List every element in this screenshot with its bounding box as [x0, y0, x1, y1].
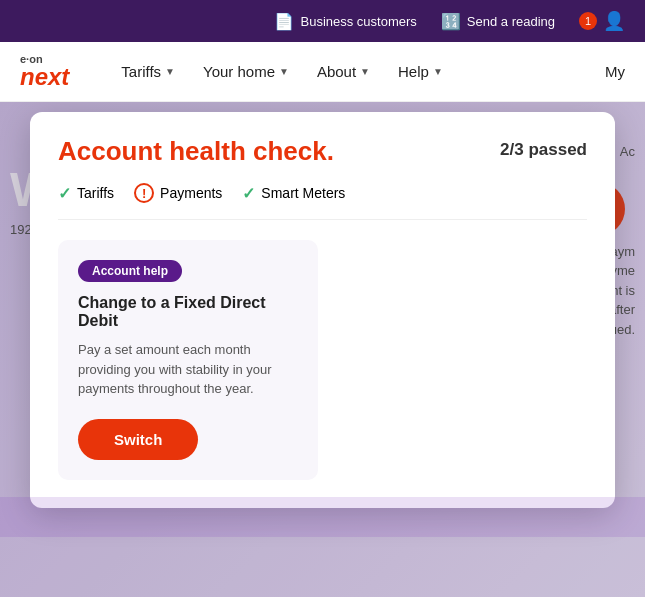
passed-badge: 2/3 passed [500, 140, 587, 160]
check-pass-icon-2: ✓ [242, 184, 255, 203]
check-smart-meters-label: Smart Meters [261, 185, 345, 201]
modal-header: Account health check. 2/3 passed [58, 136, 587, 167]
nav-help[interactable]: Help ▼ [386, 55, 455, 88]
nav-my[interactable]: My [605, 63, 625, 80]
nav-about[interactable]: About ▼ [305, 55, 382, 88]
check-payments-label: Payments [160, 185, 222, 201]
logo-next-text: next [20, 65, 69, 89]
check-pass-icon: ✓ [58, 184, 71, 203]
account-health-check-modal: Account health check. 2/3 passed ✓ Tarif… [30, 112, 615, 508]
nav-tariffs[interactable]: Tariffs ▼ [109, 55, 187, 88]
main-background: Wo 192 G... Ac t paympaymement iss after… [0, 102, 645, 597]
check-smart-meters: ✓ Smart Meters [242, 184, 345, 203]
top-bar: 📄 Business customers 🔢 Send a reading 1 … [0, 0, 645, 42]
switch-button[interactable]: Switch [78, 419, 198, 460]
check-tariffs-label: Tariffs [77, 185, 114, 201]
checks-row: ✓ Tariffs ! Payments ✓ Smart Meters [58, 183, 587, 220]
logo: e·on next [20, 54, 69, 89]
chevron-down-icon: ▼ [279, 66, 289, 77]
nav-bar: e·on next Tariffs ▼ Your home ▼ About ▼ … [0, 42, 645, 102]
account-help-card: Account help Change to a Fixed Direct De… [58, 240, 318, 480]
purple-bar-decoration [0, 497, 645, 537]
notification-link[interactable]: 1 👤 [579, 10, 625, 32]
check-payments: ! Payments [134, 183, 222, 203]
card-description: Pay a set amount each month providing yo… [78, 340, 298, 399]
account-help-badge: Account help [78, 260, 182, 282]
nav-your-home[interactable]: Your home ▼ [191, 55, 301, 88]
chevron-down-icon: ▼ [360, 66, 370, 77]
check-warn-icon: ! [134, 183, 154, 203]
nav-items: Tariffs ▼ Your home ▼ About ▼ Help ▼ [109, 55, 605, 88]
chevron-down-icon: ▼ [165, 66, 175, 77]
card-title: Change to a Fixed Direct Debit [78, 294, 298, 330]
send-reading-link[interactable]: 🔢 Send a reading [441, 12, 555, 31]
check-tariffs: ✓ Tariffs [58, 184, 114, 203]
chevron-down-icon: ▼ [433, 66, 443, 77]
account-icon: 👤 [603, 10, 625, 32]
modal-title: Account health check. [58, 136, 334, 167]
notification-badge: 1 [579, 12, 597, 30]
meter-icon: 🔢 [441, 12, 461, 31]
business-customers-link[interactable]: 📄 Business customers [274, 12, 416, 31]
briefcase-icon: 📄 [274, 12, 294, 31]
